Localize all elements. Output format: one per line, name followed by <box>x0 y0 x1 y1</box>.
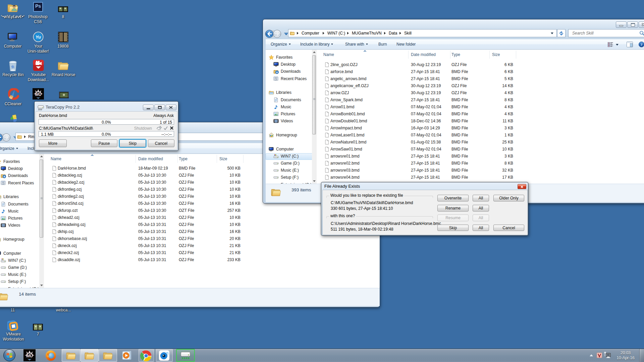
svg-text:MU: MU <box>26 354 33 358</box>
svg-text:?: ? <box>641 43 643 47</box>
svg-text:MU: MU <box>35 92 42 97</box>
svg-text:Yu: Yu <box>36 35 41 40</box>
